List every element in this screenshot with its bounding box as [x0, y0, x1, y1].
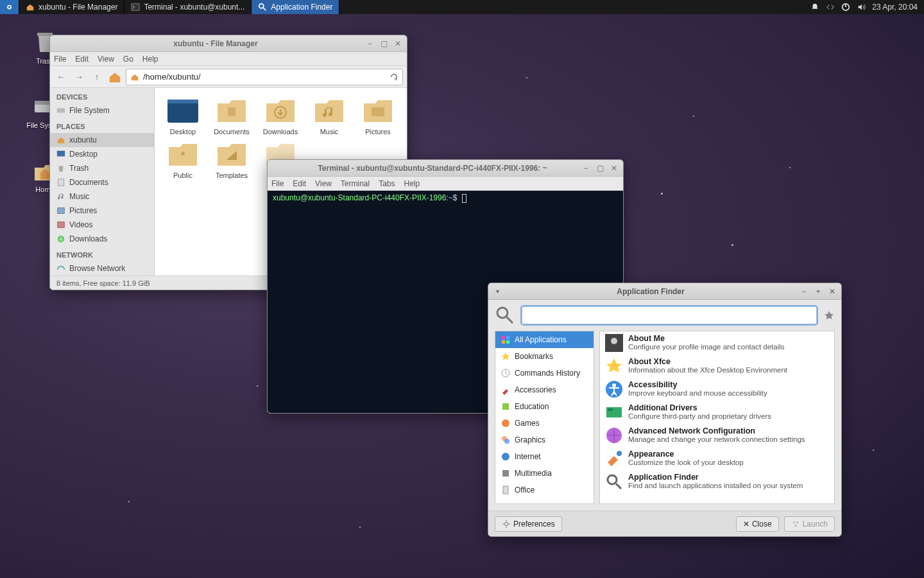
term-titlebar[interactable]: Terminal - xubuntu@xubuntu-Standard-PC-i…	[268, 160, 623, 177]
cat-settings[interactable]: Settings	[495, 498, 594, 504]
folder-label: Public	[173, 171, 193, 179]
close-button[interactable]: ✕Close	[736, 516, 779, 532]
cat-games[interactable]: Games	[495, 415, 594, 432]
folder-music[interactable]: Music	[307, 94, 351, 136]
task-label: Terminal - xubuntu@xubunt...	[144, 3, 244, 12]
app-network-config[interactable]: Advanced Network ConfigurationManage and…	[600, 424, 834, 447]
menu-file[interactable]: File	[54, 55, 66, 64]
maximize-button[interactable]: ▢	[595, 163, 605, 173]
menu-go[interactable]: Go	[123, 55, 133, 64]
close-button[interactable]: ✕	[827, 286, 837, 297]
sidebar-item-desktop[interactable]: Desktop	[50, 147, 154, 161]
folder-documents[interactable]: Documents	[210, 94, 253, 136]
maximize-button[interactable]: ▢	[379, 39, 389, 49]
task-terminal[interactable]: Terminal - xubuntu@xubunt...	[124, 0, 252, 14]
launch-button[interactable]: Launch	[784, 516, 835, 532]
search-input[interactable]	[522, 306, 817, 324]
minimize-button[interactable]: −	[581, 163, 591, 173]
menu-file[interactable]: File	[271, 179, 284, 188]
sidebar-item-pictures[interactable]: Pictures	[50, 204, 154, 218]
app-about-me[interactable]: About MeConfigure your profile image and…	[600, 331, 834, 355]
back-button[interactable]: ←	[54, 70, 68, 84]
close-button[interactable]: ✕	[609, 163, 619, 173]
term-user-host: xubuntu@xubuntu-Standard-PC-i440FX-PIIX-…	[273, 193, 446, 202]
term-title: Terminal - xubuntu@xubuntu-Standard-PC-i…	[288, 164, 577, 173]
sidebar-item-label: Browse Network	[69, 264, 125, 273]
cat-multimedia[interactable]: Multimedia	[495, 465, 594, 482]
volume-icon[interactable]	[857, 3, 866, 12]
sidebar-item-videos[interactable]: Videos	[50, 218, 154, 232]
cat-bookmarks[interactable]: Bookmarks	[495, 348, 594, 365]
menu-help[interactable]: Help	[142, 55, 158, 64]
svg-rect-2	[132, 4, 139, 11]
home-button[interactable]	[108, 70, 122, 84]
task-app-finder[interactable]: Application Finder	[252, 0, 339, 14]
notifications-icon[interactable]	[810, 3, 819, 12]
clock[interactable]: 23 Apr, 20:04	[872, 3, 918, 12]
minimize-button[interactable]: −	[364, 39, 375, 49]
menu-view[interactable]: View	[98, 55, 114, 64]
up-button[interactable]: ↑	[90, 70, 104, 84]
close-button[interactable]: ✕	[393, 39, 403, 49]
fm-titlebar[interactable]: xubuntu - File Manager − ▢ ✕	[50, 35, 407, 52]
maximize-button[interactable]: +	[813, 286, 823, 297]
folder-templates[interactable]: Templates	[210, 138, 253, 179]
cat-accessories[interactable]: Accessories	[495, 381, 594, 398]
af-categories: All Applications Bookmarks Commands Hist…	[495, 331, 594, 504]
menu-help[interactable]: Help	[404, 179, 420, 188]
menu-terminal[interactable]: Terminal	[341, 179, 370, 188]
sidebar-item-documents[interactable]: Documents	[50, 175, 154, 189]
folder-public[interactable]: Public	[161, 138, 205, 179]
sidebar-item-label: Documents	[69, 178, 108, 187]
sidebar-item-music[interactable]: Music	[50, 189, 154, 204]
menu-tabs[interactable]: Tabs	[379, 179, 395, 188]
path-entry[interactable]: /home/xubuntu/	[126, 69, 403, 85]
app-appearance[interactable]: AppearanceCustomize the look of your des…	[600, 447, 834, 470]
af-titlebar[interactable]: ▾ Application Finder − + ✕	[488, 283, 841, 300]
sidebar-item-label: Music	[69, 192, 89, 201]
fm-toolbar: ← → ↑ /home/xubuntu/	[50, 66, 407, 88]
cat-office[interactable]: Office	[495, 482, 594, 498]
minimize-button[interactable]: −	[799, 286, 809, 297]
sidebar-item-downloads[interactable]: Downloads	[50, 232, 154, 246]
sidebar-item-filesystem[interactable]: File System	[50, 103, 154, 118]
home-icon	[26, 3, 35, 12]
app-accessibility[interactable]: AccessibilityImprove keyboard and mouse …	[600, 378, 834, 401]
menu-view[interactable]: View	[315, 179, 332, 188]
menu-edit[interactable]: Edit	[75, 55, 89, 64]
cat-label: Accessories	[515, 385, 556, 394]
svg-point-3	[259, 4, 264, 8]
app-additional-drivers[interactable]: Additional DriversConfigure third-party …	[600, 401, 834, 424]
app-about-xfce[interactable]: About XfceInformation about the Xfce Des…	[600, 355, 834, 378]
folder-pictures[interactable]: Pictures	[356, 94, 400, 136]
network-icon[interactable]	[826, 3, 835, 12]
sidebar-item-browse-network[interactable]: Browse Network	[50, 261, 154, 276]
preferences-button[interactable]: Preferences	[495, 516, 562, 532]
svg-rect-20	[502, 336, 505, 339]
menu-edit[interactable]: Edit	[293, 179, 306, 188]
folder-label: Documents	[214, 128, 250, 136]
cat-label: Multimedia	[515, 469, 552, 478]
whisker-menu[interactable]	[0, 0, 19, 14]
task-file-manager[interactable]: xubuntu - File Manager	[19, 0, 124, 14]
app-desc: Find and launch applications installed o…	[628, 482, 803, 489]
menu-icon[interactable]: ▾	[492, 286, 502, 297]
cat-label: Graphics	[515, 435, 545, 444]
bookmark-icon[interactable]	[823, 310, 835, 321]
cat-internet[interactable]: Internet	[495, 448, 594, 465]
folder-downloads[interactable]: Downloads	[259, 94, 302, 136]
folder-desktop[interactable]: Desktop	[161, 94, 205, 136]
cat-graphics[interactable]: Graphics	[495, 432, 594, 448]
app-desc: Configure third-party and proprietary dr…	[628, 412, 771, 420]
fm-title: xubuntu - File Manager	[71, 39, 361, 48]
svg-point-28	[504, 439, 509, 444]
reload-icon[interactable]	[389, 73, 398, 82]
app-application-finder[interactable]: Application FinderFind and launch applic…	[600, 470, 834, 493]
cat-all-applications[interactable]: All Applications	[495, 331, 594, 348]
cat-education[interactable]: Education	[495, 398, 594, 415]
sidebar-item-xubuntu[interactable]: xubuntu	[50, 133, 154, 147]
cat-commands-history[interactable]: Commands History	[495, 365, 594, 381]
sidebar-item-trash[interactable]: Trash	[50, 161, 154, 175]
power-icon[interactable]	[841, 3, 850, 12]
forward-button[interactable]: →	[72, 70, 86, 84]
